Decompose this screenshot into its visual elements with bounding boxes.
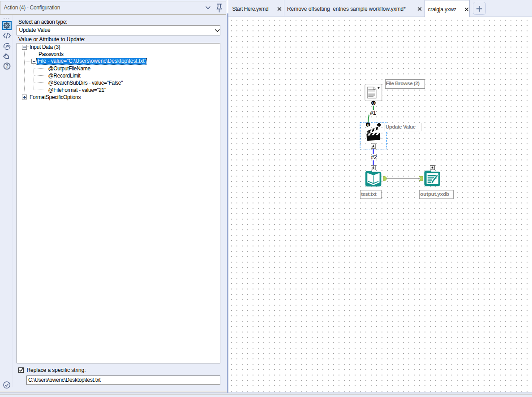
svg-text:Q: Q <box>367 123 369 127</box>
svg-text:?: ? <box>5 63 9 69</box>
svg-text:Q: Q <box>372 101 375 105</box>
